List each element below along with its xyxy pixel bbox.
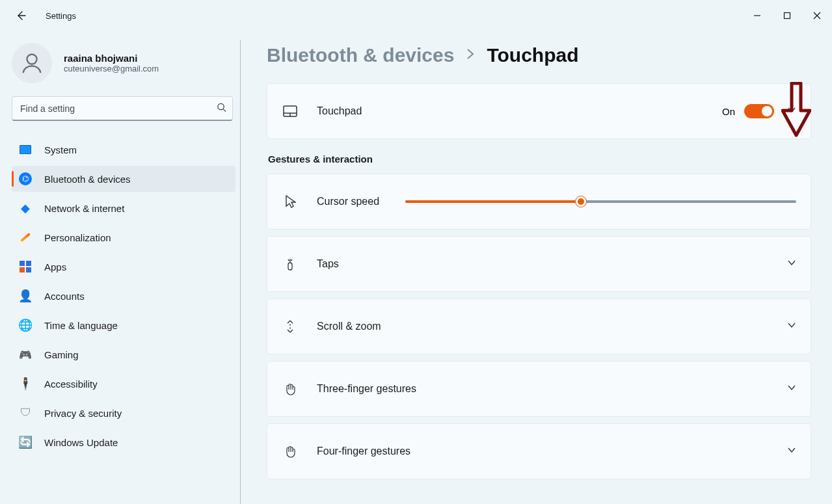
nav-label: System <box>44 144 77 155</box>
search-wrap <box>12 96 233 121</box>
close-button[interactable] <box>802 0 832 31</box>
nav-item-network[interactable]: ◆Network & internet <box>12 195 235 221</box>
scroll-zoom-card: Scroll & zoom <box>267 298 811 354</box>
search-input[interactable] <box>12 96 233 121</box>
sidebar: raaina bhojwani cuteuniverse@gmail.com S… <box>0 31 241 504</box>
svg-point-8 <box>289 325 291 326</box>
cursor-speed-label: Cursor speed <box>317 196 379 207</box>
svg-point-2 <box>27 55 37 64</box>
accessibility-icon: 🕴 <box>18 377 33 391</box>
window-controls <box>742 0 832 31</box>
cursor-speed-slider[interactable] <box>405 200 796 203</box>
nav-label: Time & language <box>44 320 118 331</box>
cursor-icon <box>282 194 299 209</box>
update-icon: 🔄 <box>18 435 33 449</box>
globe-clock-icon: 🌐 <box>18 318 33 332</box>
touchpad-icon <box>282 105 299 117</box>
hand-icon <box>282 444 299 458</box>
section-heading-gestures: Gestures & interaction <box>268 153 811 165</box>
three-finger-row[interactable]: Three-finger gestures <box>267 362 811 416</box>
three-finger-label: Three-finger gestures <box>317 383 416 395</box>
app-title: Settings <box>46 11 76 21</box>
person-icon: 👤 <box>18 289 33 303</box>
chevron-down-icon <box>787 258 796 270</box>
scroll-zoom-label: Scroll & zoom <box>317 321 381 332</box>
hand-icon <box>282 382 299 396</box>
chevron-down-icon <box>787 383 796 395</box>
shield-icon: 🛡 <box>18 406 33 420</box>
chevron-down-icon[interactable] <box>787 105 796 117</box>
four-finger-row[interactable]: Four-finger gestures <box>267 424 811 479</box>
tap-icon <box>282 257 299 271</box>
nav-item-personalization[interactable]: Personalization <box>12 224 235 250</box>
chevron-right-icon <box>466 48 475 62</box>
user-block[interactable]: raaina bhojwani cuteuniverse@gmail.com <box>12 43 241 83</box>
nav-label: Apps <box>44 261 66 272</box>
minimize-button[interactable] <box>742 0 772 31</box>
svg-rect-1 <box>785 13 790 19</box>
nav-label: Accessibility <box>44 378 98 390</box>
monitor-icon <box>18 142 33 157</box>
touchpad-toggle-card: Touchpad On <box>267 83 811 139</box>
scroll-zoom-row[interactable]: Scroll & zoom <box>267 299 811 354</box>
nav-label: Bluetooth & devices <box>44 174 131 185</box>
breadcrumb-parent[interactable]: Bluetooth & devices <box>267 44 454 66</box>
avatar <box>12 43 52 83</box>
apps-icon <box>18 259 33 274</box>
nav-label: Gaming <box>44 349 79 360</box>
nav-item-gaming[interactable]: 🎮Gaming <box>12 341 235 367</box>
taps-card: Taps <box>267 236 811 292</box>
search-icon <box>217 103 226 115</box>
user-name: raaina bhojwani <box>64 53 159 64</box>
maximize-button[interactable] <box>772 0 802 31</box>
nav-label: Network & internet <box>44 203 124 214</box>
nav-item-apps[interactable]: Apps <box>12 254 235 280</box>
touchpad-label: Touchpad <box>317 105 362 117</box>
four-finger-card: Four-finger gestures <box>267 423 811 479</box>
chevron-down-icon <box>787 321 796 332</box>
taps-label: Taps <box>317 258 339 270</box>
svg-point-9 <box>289 328 291 329</box>
touchpad-toggle[interactable] <box>744 104 774 118</box>
nav-item-time[interactable]: 🌐Time & language <box>12 312 235 338</box>
scroll-icon <box>282 319 299 334</box>
touchpad-toggle-row[interactable]: Touchpad On <box>267 84 811 139</box>
wifi-icon: ◆ <box>18 201 33 215</box>
cursor-speed-row: Cursor speed <box>267 174 811 229</box>
nav-item-bluetooth[interactable]: ⌬Bluetooth & devices <box>12 166 235 192</box>
titlebar: Settings <box>0 0 832 31</box>
nav-item-accounts[interactable]: 👤Accounts <box>12 283 235 309</box>
cursor-speed-card: Cursor speed <box>267 174 811 230</box>
nav-list: System ⌬Bluetooth & devices ◆Network & i… <box>12 137 241 455</box>
bluetooth-icon: ⌬ <box>18 172 33 186</box>
svg-line-4 <box>223 109 226 112</box>
toggle-state-text: On <box>722 106 735 117</box>
nav-item-privacy[interactable]: 🛡Privacy & security <box>12 400 235 426</box>
svg-point-3 <box>218 103 224 109</box>
nav-item-accessibility[interactable]: 🕴Accessibility <box>12 371 235 397</box>
nav-label: Personalization <box>44 232 111 243</box>
nav-label: Privacy & security <box>44 408 122 419</box>
four-finger-label: Four-finger gestures <box>317 445 410 457</box>
nav-item-update[interactable]: 🔄Windows Update <box>12 429 235 455</box>
brush-icon <box>18 230 33 245</box>
nav-label: Accounts <box>44 291 85 302</box>
page-title: Touchpad <box>487 44 578 66</box>
breadcrumb: Bluetooth & devices Touchpad <box>267 44 811 66</box>
content-area: Bluetooth & devices Touchpad Touchpad On… <box>241 31 832 504</box>
three-finger-card: Three-finger gestures <box>267 361 811 417</box>
nav-item-system[interactable]: System <box>12 137 235 163</box>
back-button[interactable] <box>12 7 30 25</box>
taps-row[interactable]: Taps <box>267 237 811 291</box>
nav-label: Windows Update <box>44 437 118 448</box>
user-email: cuteuniverse@gmail.com <box>64 64 159 73</box>
chevron-down-icon <box>787 445 796 457</box>
gamepad-icon: 🎮 <box>18 347 33 362</box>
